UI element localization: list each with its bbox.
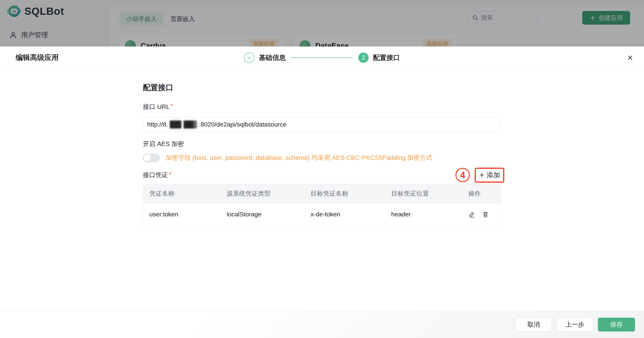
modal-footer: 取消 上一步 保存 [0, 311, 644, 338]
aes-label: 开启 AES 加密 [143, 140, 501, 148]
url-value-suffix: :8020/de2api/sqlbot/datasource [199, 121, 286, 128]
credentials-table: 凭证名称 源系统凭证类型 目标凭证名称 目标凭证位置 操作 user.token… [143, 184, 501, 226]
modal-title: 编辑高级应用 [16, 46, 59, 69]
previous-step-button[interactable]: 上一步 [557, 318, 593, 332]
step-basic-info: 基础信息 [244, 52, 286, 63]
col-header: 目标凭证名称 [304, 189, 385, 198]
target-location-cell: header [385, 211, 466, 218]
credentials-actions: 4 添加 [456, 168, 504, 183]
table-row: user.token localStorage x-de-token heade… [143, 203, 501, 226]
redacted-text [170, 121, 197, 129]
source-type-cell: localStorage [220, 211, 304, 218]
col-header: 源系统凭证类型 [220, 189, 304, 198]
col-header-actions: 操作 [466, 189, 501, 198]
col-header: 凭证名称 [143, 189, 220, 198]
plus-icon [479, 172, 485, 178]
credentials-label: 接口凭证 * [143, 171, 171, 179]
screen: SQLBot 用户管理 小助手嵌入 页面嵌入 搜索 [0, 0, 644, 338]
save-button[interactable]: 保存 [598, 318, 635, 332]
edit-pencil-icon [468, 211, 476, 218]
row-actions [466, 211, 501, 218]
api-url-input[interactable]: http://8. :8020/de2api/sqlbot/datasource [143, 117, 501, 132]
modal-header: 编辑高级应用 基础信息 2 配置接口 [0, 46, 644, 69]
table-header-row: 凭证名称 源系统凭证类型 目标凭证名称 目标凭证位置 操作 [143, 184, 501, 203]
url-value-prefix: http://8. [147, 121, 168, 128]
required-asterisk: * [169, 171, 171, 177]
aes-toggle-row: 加密字段 (host, user, password, dataBase, sc… [143, 153, 501, 163]
url-label-text: 接口 URL [143, 103, 170, 111]
edit-button[interactable] [468, 211, 476, 218]
aes-hint-text: 加密字段 (host, user, password, dataBase, sc… [166, 154, 432, 162]
credentials-header-row: 接口凭证 * 4 添加 [143, 168, 501, 182]
credentials-label-text: 接口凭证 [143, 171, 168, 179]
step-configure-api: 2 配置接口 [358, 52, 400, 63]
step-connector [291, 57, 353, 58]
col-header: 目标凭证位置 [385, 189, 466, 198]
toggle-knob [144, 154, 151, 162]
url-field-label: 接口 URL * [143, 103, 501, 111]
step-label: 配置接口 [373, 53, 400, 62]
cancel-button[interactable]: 取消 [516, 318, 552, 332]
step-number-circle: 2 [358, 52, 368, 63]
add-credential-button[interactable]: 添加 [476, 169, 503, 181]
close-icon [626, 54, 634, 61]
annotation-highlight-box: 添加 [475, 168, 504, 183]
required-asterisk: * [171, 103, 173, 109]
aes-toggle-switch[interactable] [143, 153, 160, 162]
trash-icon [482, 211, 489, 218]
step-label: 基础信息 [259, 53, 286, 62]
target-name-cell: x-de-token [304, 211, 385, 218]
close-button[interactable] [626, 54, 634, 62]
edit-advanced-app-modal: 编辑高级应用 基础信息 2 配置接口 [0, 46, 644, 338]
wizard-stepper: 基础信息 2 配置接口 [244, 46, 400, 69]
delete-button[interactable] [482, 211, 489, 218]
step-done-circle [244, 52, 254, 63]
modal-body: 配置接口 接口 URL * http://8. :8020/de2api/sql… [143, 82, 501, 226]
credential-name-cell: user.token [143, 211, 220, 218]
annotation-step-number: 4 [456, 168, 470, 182]
check-icon [246, 55, 252, 60]
section-title: 配置接口 [143, 82, 501, 93]
add-credential-label: 添加 [486, 170, 500, 180]
